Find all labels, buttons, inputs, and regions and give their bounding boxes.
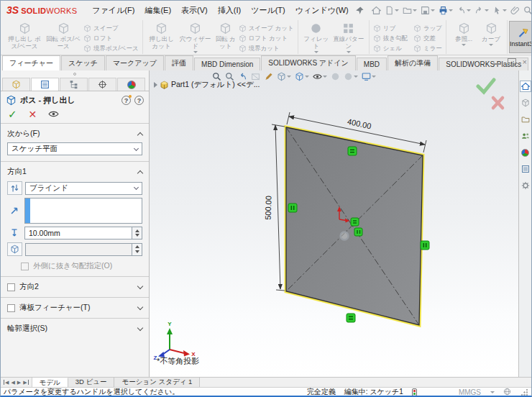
height-dimension[interactable]: 500.00 [264,124,285,291]
extruded-cut-button[interactable]: 押し出しカット [147,22,177,50]
property-manager-tab[interactable] [31,78,59,91]
custom-properties-icon[interactable] [520,163,531,175]
feature-manager-tab[interactable] [2,78,30,91]
instant3d-button[interactable]: Instant3D [509,21,532,53]
thin-feature-section-header[interactable]: 薄板フィーチャー(T) [1,298,149,318]
swept-cut-button[interactable]: スイープ カット [239,24,294,33]
direction-selection-box[interactable] [24,198,142,224]
draft-toggle-button[interactable] [7,242,22,256]
wrap-button[interactable]: ラップ [413,24,442,33]
intersect-button[interactable]: 交差 [413,34,442,43]
undo-icon[interactable] [455,6,472,15]
revolved-boss-base-button[interactable]: 回転 ボス/ベース [45,22,82,50]
globe-icon[interactable] [503,388,511,397]
document-close-button[interactable]: × [523,58,527,65]
file-explorer-icon[interactable] [520,114,531,125]
depth-spinner[interactable] [132,227,142,239]
3d-views-tab[interactable]: 3D ビュー [68,378,115,387]
boundary-boss-button[interactable]: 境界ボス/ベース [83,44,139,53]
tab-evaluate[interactable]: 評価 [165,55,193,70]
menu-window[interactable]: ウィンドウ(W) [290,3,354,18]
configuration-manager-tab[interactable] [60,78,88,91]
end-condition-select[interactable]: ブラインド [25,182,142,195]
motion-study-tab[interactable]: モーション スタディ 1 [114,378,200,387]
menu-view[interactable]: 表示(V) [176,3,213,18]
settings-icon[interactable] [520,180,531,191]
depth-input[interactable]: 10.00mm [24,227,132,239]
direction2-checkbox[interactable] [7,283,15,291]
tab-markup[interactable]: マークアップ [106,55,164,70]
tab-addins[interactable]: SOLIDWORKS アドイン [261,55,356,70]
tab-mbd[interactable]: MBD [357,58,387,70]
apply-scene-icon[interactable] [343,71,359,82]
swept-boss-button[interactable]: スイープ [83,24,139,33]
display-manager-tab[interactable] [117,78,145,91]
print-icon[interactable] [437,6,454,15]
display-style-icon[interactable] [294,71,310,82]
reverse-direction-button[interactable] [7,181,22,195]
resize-grip[interactable] [521,388,528,396]
reference-geometry-button[interactable]: 参照... [450,22,477,46]
menu-edit[interactable]: 編集(E) [139,3,176,18]
redo-icon[interactable] [473,6,490,15]
design-library-icon[interactable] [520,97,531,109]
view-settings-icon[interactable] [361,71,377,82]
from-section-header[interactable]: 次から(F) [1,124,149,142]
fillet-button[interactable]: フィレット [302,22,331,53]
resources-home-icon[interactable] [520,81,531,92]
open-icon[interactable] [401,6,418,15]
appearances-icon[interactable] [520,147,531,158]
shell-button[interactable]: シェル [373,44,408,53]
flyout-feature-tree[interactable]: Part1 (デフォルト) <<デ... [154,80,260,90]
tab-features[interactable]: フィーチャー [2,55,60,71]
graphics-viewport[interactable]: 400.00 500.00 [150,70,518,377]
pm-help-icon[interactable]: ? [134,96,144,105]
document-minimize-button[interactable] [493,59,501,65]
solidworks-forum-icon[interactable] [520,130,531,142]
direction1-section-header[interactable]: 方向1 [1,162,149,180]
boundary-cut-button[interactable]: 境界カット [239,44,294,53]
last-tab-icon[interactable]: ▶ [23,380,28,385]
tab-analysis-preparation[interactable]: 解析の準備 [387,55,438,70]
hide-show-items-icon[interactable] [312,71,328,82]
curves-button[interactable]: カーブ [479,22,503,46]
ok-button[interactable]: ✓ [8,109,17,119]
edit-appearance-icon[interactable] [330,71,341,82]
menu-tools[interactable]: ツール(T) [246,3,290,18]
hole-wizard-button[interactable]: 穴ウィザード [178,22,213,53]
save-icon[interactable] [419,6,436,15]
model-tab[interactable]: モデル [32,378,68,387]
cancel-button[interactable]: ✕ [29,109,37,119]
search-icon[interactable]: .. [522,6,532,15]
document-restore-button[interactable] [508,58,516,65]
draft-button[interactable]: 抜き勾配 [373,34,408,43]
from-condition-select[interactable]: スケッチ平面 [7,142,142,155]
expand-tree-icon[interactable] [154,82,157,88]
tab-sketch[interactable]: スケッチ [61,55,105,70]
prev-tab-icon[interactable]: ◀ [11,380,14,385]
preview-button[interactable] [48,110,59,119]
attachments-icon[interactable] [509,6,521,15]
home-icon[interactable] [370,6,382,15]
menu-insert[interactable]: 挿入(I) [213,3,246,18]
confirm-ok-icon[interactable] [478,80,494,92]
unit-system[interactable]: MMGS [459,388,481,396]
revolved-cut-button[interactable]: 回転 カット [214,22,237,50]
view-orientation-icon[interactable] [276,71,292,82]
draft-outward-checkbox[interactable] [21,263,29,270]
quick-tips-icon[interactable]: ? [121,96,131,105]
extruded-boss-base-button[interactable]: 押し出し ボス/ベース [6,22,43,50]
thin-feature-checkbox[interactable] [7,304,15,312]
lofted-boss-button[interactable]: ロフト [83,34,139,43]
dimxpert-manager-tab[interactable] [88,78,116,91]
first-tab-icon[interactable]: ◀ [4,380,9,385]
linear-pattern-button[interactable]: 直線パターン [332,22,365,53]
part-tree-label[interactable]: Part1 (デフォルト) <<デ... [171,80,260,90]
menu-file[interactable]: ファイル(F) [87,3,139,18]
draft-spinner[interactable] [132,243,142,256]
confirm-cancel-icon[interactable] [493,98,503,108]
units-dropdown-icon[interactable] [490,391,495,393]
direction2-section-header[interactable]: 方向2 [1,277,149,297]
next-tab-icon[interactable]: ▶ [17,380,21,385]
sketch-annotation-icon[interactable] [263,71,274,82]
